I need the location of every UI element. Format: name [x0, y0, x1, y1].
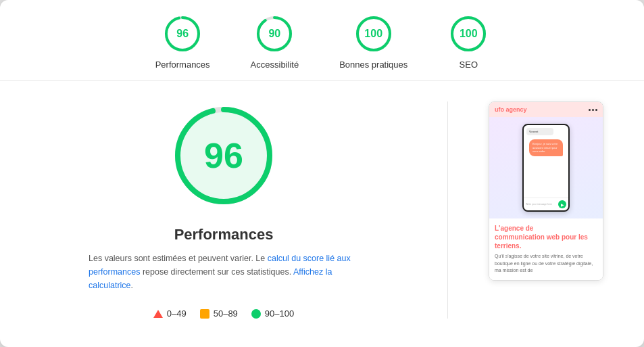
metric-label-seo: SEO	[460, 60, 478, 70]
metric-value-seo: 100	[460, 28, 478, 40]
left-panel: 96 Performances Les valeurs sont estimée…	[41, 101, 407, 319]
preview-menu-icon	[589, 109, 597, 111]
metric-accessibilite[interactable]: 90 Accessibilité	[251, 14, 299, 70]
legend-mid: 50–89	[200, 308, 238, 319]
section-title: Performances	[174, 226, 274, 244]
right-panel: ufo agency Vincent Bonjour, je suis votr…	[489, 101, 603, 319]
metric-circle-performances: 96	[162, 14, 203, 54]
metric-value-bonnes-pratiques: 100	[364, 28, 382, 40]
main-card: 96 Performances 90 Accessibilité 100	[0, 0, 644, 347]
legend: 0–49 50–89 90–100	[153, 308, 294, 319]
description-part2: repose directement sur ces statistiques.	[143, 267, 291, 277]
main-content: 96 Performances Les valeurs sont estimée…	[0, 81, 644, 339]
legend-dot-icon	[251, 309, 261, 319]
phone-send-button: ▶	[558, 200, 566, 208]
large-score-circle: 96	[170, 101, 278, 210]
preview-frame: ufo agency Vincent Bonjour, je suis votr…	[489, 101, 603, 281]
preview-headline-static: L'agence de	[495, 225, 533, 232]
legend-triangle-icon	[153, 310, 163, 318]
metric-label-bonnes-pratiques: Bonnes pratiques	[339, 60, 407, 70]
preview-phone-area: Vincent Bonjour, je suis votre assistant…	[489, 117, 603, 218]
phone-mockup: Vincent Bonjour, je suis votre assistant…	[522, 124, 570, 212]
description-end: .	[131, 281, 133, 290]
legend-high: 90–100	[251, 308, 294, 319]
metric-circle-seo: 100	[448, 14, 489, 54]
legend-mid-range: 50–89	[214, 308, 238, 319]
metric-circle-bonnes-pratiques: 100	[353, 14, 394, 54]
phone-chat-area: Vincent Bonjour, je suis votre assistant…	[524, 125, 568, 156]
metrics-bar: 96 Performances 90 Accessibilité 100	[0, 0, 644, 81]
description-text: Les valeurs sont estimées et peuvent var…	[89, 252, 359, 292]
phone-input-bar: Write your message here ▶	[524, 198, 568, 210]
preview-headline: L'agence de communication web pour les t…	[495, 224, 597, 250]
metric-label-accessibilite: Accessibilité	[251, 60, 299, 70]
preview-body-text: Qu'il s'agisse de votre site vitrine, de…	[495, 253, 597, 275]
large-score-value: 96	[204, 135, 243, 176]
metric-value-accessibilite: 90	[268, 28, 280, 40]
legend-low-range: 0–49	[167, 308, 187, 319]
menu-dot-3	[595, 109, 597, 111]
phone-chat-bubble: Bonjour, je suis votre assistant virtuel…	[529, 139, 563, 156]
legend-low: 0–49	[153, 308, 187, 319]
metric-value-performances: 96	[176, 28, 189, 40]
description-part1: Les valeurs sont estimées et peuvent var…	[89, 254, 265, 263]
phone-input-placeholder: Write your message here	[526, 203, 556, 206]
vertical-divider	[447, 101, 448, 319]
metric-seo[interactable]: 100 SEO	[448, 14, 489, 70]
metric-label-performances: Performances	[155, 60, 210, 70]
metric-bonnes-pratiques[interactable]: 100 Bonnes pratiques	[339, 14, 407, 70]
preview-logo: ufo agency	[495, 106, 527, 113]
preview-header: ufo agency	[489, 102, 603, 117]
menu-dot-2	[592, 109, 594, 111]
preview-content-area: L'agence de communication web pour les t…	[489, 218, 603, 280]
metric-performances[interactable]: 96 Performances	[155, 14, 210, 70]
legend-high-range: 90–100	[265, 308, 294, 319]
legend-square-icon	[200, 309, 209, 319]
metric-circle-accessibilite: 90	[254, 14, 295, 54]
preview-headline-colored: communication	[495, 233, 545, 241]
menu-dot-1	[589, 109, 591, 111]
phone-sender-label: Vincent	[526, 128, 553, 135]
